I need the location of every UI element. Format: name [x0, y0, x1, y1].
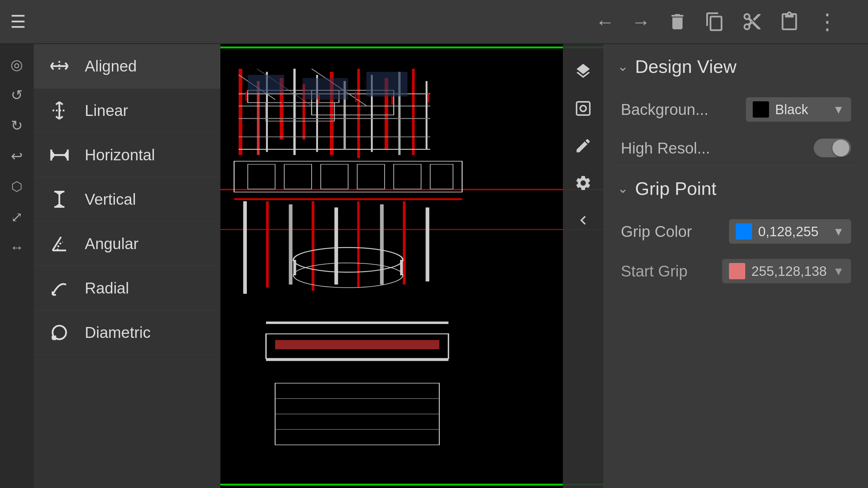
linear-label: Linear	[85, 101, 128, 120]
svg-rect-100	[355, 92, 356, 102]
dimension-menu-panel: Aligned Linear	[34, 44, 220, 488]
svg-rect-98	[282, 98, 283, 106]
svg-rect-65	[289, 204, 293, 285]
undo-icon[interactable]: ↩	[3, 142, 31, 169]
svg-rect-48	[357, 69, 360, 158]
target-icon[interactable]: ◎	[3, 51, 31, 78]
canvas-right-tools	[563, 44, 604, 488]
rotate-plus-icon[interactable]: ↻	[3, 112, 31, 139]
svg-rect-85	[366, 72, 407, 97]
linear-icon	[47, 99, 71, 122]
angular-label: Angular	[85, 235, 139, 253]
radial-label: Radial	[85, 279, 129, 297]
grip-color-value: 0,128,255	[758, 224, 827, 239]
layers-tool-button[interactable]	[570, 58, 597, 85]
horizontal-item[interactable]: Horizontal	[34, 133, 220, 177]
background-color-swatch	[753, 101, 769, 118]
background-color-name: Black	[775, 102, 827, 117]
view-tool-button[interactable]	[570, 95, 597, 122]
main-area: ◎ ↺ ↻ ↩ ⬡ ⤢ ↔ Aligned	[0, 44, 868, 488]
svg-rect-62	[234, 198, 462, 200]
svg-rect-103	[577, 102, 590, 115]
background-color-dropdown[interactable]: Black ▼	[746, 97, 851, 122]
aligned-item[interactable]: Aligned	[34, 44, 220, 88]
grip-point-section: ⌄ Grip Point Grip Color 0,128,255 ▼ Star…	[604, 166, 868, 297]
svg-rect-68	[357, 201, 360, 288]
hamburger-icon[interactable]: ☰	[10, 13, 26, 30]
vertical-item[interactable]: Vertical	[34, 177, 220, 222]
svg-rect-52	[412, 69, 415, 155]
grip-point-title: Grip Point	[635, 178, 716, 199]
horizontal-label: Horizontal	[85, 146, 155, 164]
cad-canvas[interactable]	[220, 44, 604, 488]
settings-tool-button[interactable]	[570, 169, 597, 197]
top-toolbar: ☰ ← → ⋮	[0, 0, 868, 44]
svg-rect-39	[239, 69, 242, 155]
svg-rect-35	[220, 46, 604, 48]
linear-item[interactable]: Linear	[34, 88, 220, 133]
grip-color-dropdown[interactable]: 0,128,255 ▼	[729, 219, 851, 244]
paste-button[interactable]	[779, 12, 800, 32]
grip-color-dropdown-arrow: ▼	[833, 225, 844, 238]
hexagon-plus-icon[interactable]: ⬡	[3, 173, 31, 200]
design-view-section-header[interactable]: ⌄ Design View	[604, 44, 868, 89]
scale-icon[interactable]: ↔	[3, 234, 31, 261]
toolbar-left: ☰	[10, 13, 288, 30]
horizontal-icon	[47, 143, 71, 167]
svg-rect-38	[220, 229, 604, 230]
toolbar-right: ← → ⋮	[302, 9, 858, 34]
svg-rect-74	[293, 260, 296, 275]
edit-tool-button[interactable]	[570, 132, 597, 159]
diametric-label: Diametric	[85, 323, 151, 342]
start-grip-dropdown[interactable]: 255,128,138 ▼	[722, 259, 851, 283]
radial-item[interactable]: Radial	[34, 266, 220, 310]
copy-button[interactable]	[705, 12, 725, 32]
svg-rect-101	[391, 97, 393, 105]
high-res-label: High Resol...	[621, 139, 710, 157]
high-res-toggle-knob	[832, 140, 849, 157]
svg-rect-66	[312, 201, 314, 291]
diametric-item[interactable]: Diametric	[34, 310, 220, 355]
svg-rect-71	[426, 207, 429, 281]
right-properties-panel: ⌄ Design View Backgroun... Black ▼ High …	[604, 44, 868, 488]
svg-rect-67	[334, 207, 338, 284]
aligned-icon	[47, 54, 71, 78]
aligned-label: Aligned	[85, 57, 137, 75]
svg-rect-99	[318, 95, 320, 103]
nav-forward-button[interactable]: →	[631, 11, 650, 33]
svg-rect-57	[239, 137, 430, 137]
left-sidebar: ◎ ↺ ↻ ↩ ⬡ ⤢ ↔	[0, 44, 34, 488]
vertical-label: Vertical	[85, 190, 136, 208]
svg-rect-36	[220, 484, 604, 485]
angular-item[interactable]: Angular	[34, 222, 220, 266]
start-grip-property-row: Start Grip 255,128,138 ▼	[604, 252, 868, 290]
svg-rect-78	[266, 359, 449, 361]
grip-color-swatch	[736, 223, 752, 240]
svg-rect-53	[426, 81, 427, 149]
svg-rect-83	[248, 75, 284, 94]
svg-rect-79	[275, 340, 439, 349]
high-res-property-row: High Resol...	[604, 130, 868, 166]
high-res-toggle-track[interactable]	[814, 139, 851, 157]
design-view-title: Design View	[635, 56, 736, 77]
grip-color-label: Grip Color	[621, 222, 692, 241]
collapse-panel-button[interactable]	[570, 207, 597, 234]
grip-point-section-header[interactable]: ⌄ Grip Point	[604, 166, 868, 211]
connect-icon[interactable]: ⤢	[3, 203, 31, 230]
delete-button[interactable]	[667, 12, 688, 32]
high-res-toggle[interactable]	[814, 139, 851, 157]
more-options-button[interactable]: ⋮	[816, 9, 837, 34]
cad-drawing	[220, 44, 604, 488]
svg-rect-76	[266, 322, 449, 324]
grip-color-property-row: Grip Color 0,128,255 ▼	[604, 211, 868, 252]
svg-rect-69	[380, 204, 384, 285]
svg-rect-102	[428, 94, 429, 103]
start-grip-label: Start Grip	[621, 262, 688, 280]
cut-button[interactable]	[742, 12, 762, 32]
start-grip-dropdown-arrow: ▼	[833, 265, 844, 278]
svg-rect-97	[245, 92, 247, 101]
nav-back-button[interactable]: ←	[595, 11, 614, 33]
svg-rect-63	[243, 201, 247, 294]
rotate-left-icon[interactable]: ↺	[3, 81, 31, 108]
grip-point-chevron: ⌄	[617, 181, 628, 196]
